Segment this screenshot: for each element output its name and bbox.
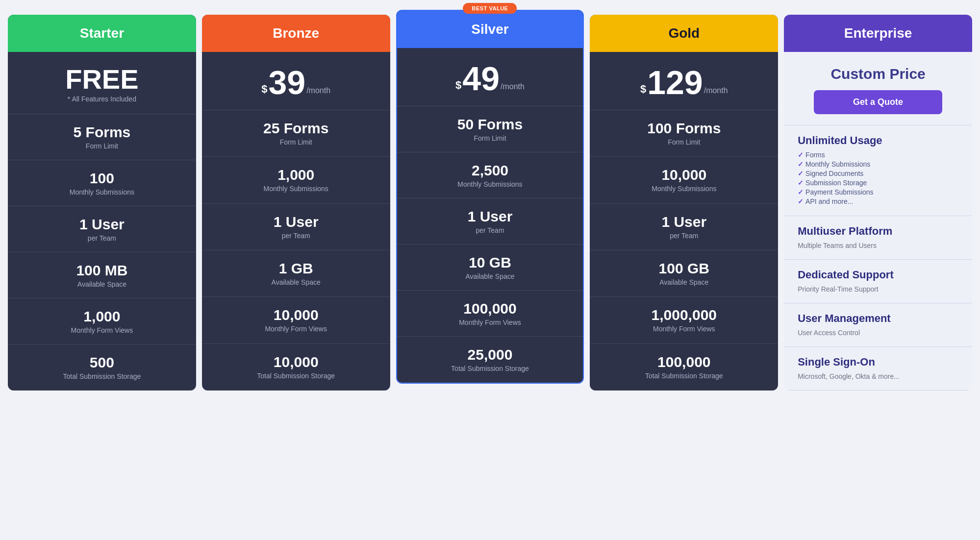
- plan-bronze: Bronze $ 39 /month 25 Forms Form Limit 1…: [202, 15, 390, 391]
- starter-feature-3: 100 MB Available Space: [8, 252, 196, 298]
- enterprise-price-label: Custom Price: [798, 66, 958, 82]
- bronze-period: /month: [306, 82, 330, 99]
- starter-feature-0: 5 Forms Form Limit: [8, 114, 196, 160]
- starter-feature-4: 1,000 Monthly Form Views: [8, 298, 196, 344]
- silver-price-section: $ 49 /month: [397, 48, 583, 106]
- silver-header: Silver: [397, 11, 583, 48]
- bronze-feature-0: 25 Forms Form Limit: [202, 110, 390, 157]
- silver-amount: 49: [462, 62, 500, 95]
- bronze-feature-5: 10,000 Total Submission Storage: [202, 344, 390, 391]
- gold-dollar: $: [640, 79, 646, 99]
- enterprise-plan-name: Enterprise: [844, 25, 912, 41]
- plan-starter: Starter FREE * All Features Included 5 F…: [8, 15, 196, 391]
- ent-check-payment: Payment Submissions: [798, 188, 958, 196]
- enterprise-sso-sub: Microsoft, Google, Okta & more...: [798, 372, 958, 380]
- bronze-feature-1: 1,000 Monthly Submissions: [202, 157, 390, 203]
- enterprise-usermgmt-title: User Management: [798, 312, 958, 325]
- silver-plan-name: Silver: [471, 22, 508, 37]
- silver-feature-1: 2,500 Monthly Submissions: [397, 152, 583, 198]
- gold-feature-5: 100,000 Total Submission Storage: [590, 344, 778, 391]
- plan-silver: Silver $ 49 /month 50 Forms Form Limit 2…: [396, 10, 584, 384]
- enterprise-multiuser-sub: Multiple Teams and Users: [798, 242, 958, 249]
- enterprise-support-title: Dedicated Support: [798, 269, 958, 281]
- gold-feature-0: 100 Forms Form Limit: [590, 110, 778, 157]
- enterprise-usermgmt-section: User Management User Access Control: [784, 303, 972, 347]
- bronze-feature-3: 1 GB Available Space: [202, 250, 390, 297]
- enterprise-header: Enterprise: [784, 15, 972, 52]
- get-quote-button[interactable]: Get a Quote: [814, 90, 942, 114]
- silver-feature-5: 25,000 Total Submission Storage: [397, 337, 583, 383]
- enterprise-unlimited-title: Unlimited Usage: [798, 134, 958, 147]
- enterprise-multiuser-section: Multiuser Platform Multiple Teams and Us…: [784, 216, 972, 260]
- gold-feature-3: 100 GB Available Space: [590, 250, 778, 297]
- silver-feature-3: 10 GB Available Space: [397, 245, 583, 291]
- enterprise-support-sub: Priority Real-Time Support: [798, 285, 958, 293]
- enterprise-usermgmt-sub: User Access Control: [798, 329, 958, 337]
- gold-feature-2: 1 User per Team: [590, 204, 778, 250]
- ent-check-storage: Submission Storage: [798, 179, 958, 187]
- ent-check-forms: Forms: [798, 151, 958, 159]
- bronze-dollar: $: [261, 79, 267, 99]
- starter-price-free: FREE: [18, 66, 186, 93]
- bronze-header: Bronze: [202, 15, 390, 52]
- pricing-grid: Starter FREE * All Features Included 5 F…: [5, 15, 975, 391]
- silver-feature-2: 1 User per Team: [397, 198, 583, 245]
- enterprise-sso-title: Single Sign-On: [798, 356, 958, 368]
- starter-header: Starter: [8, 15, 196, 52]
- starter-price-sub: * All Features Included: [18, 95, 186, 103]
- enterprise-sso-section: Single Sign-On Microsoft, Google, Okta &…: [784, 347, 972, 391]
- enterprise-support-section: Dedicated Support Priority Real-Time Sup…: [784, 260, 972, 303]
- starter-feature-2: 1 User per Team: [8, 206, 196, 252]
- silver-feature-0: 50 Forms Form Limit: [397, 106, 583, 152]
- enterprise-check-list: Forms Monthly Submissions Signed Documen…: [798, 151, 958, 205]
- gold-price-section: $ 129 /month: [590, 52, 778, 110]
- bronze-feature-2: 1 User per Team: [202, 204, 390, 250]
- gold-period: /month: [704, 82, 728, 99]
- bronze-amount: 39: [269, 66, 306, 99]
- gold-amount: 129: [647, 66, 703, 99]
- starter-plan-name: Starter: [80, 25, 124, 41]
- ent-check-submissions: Monthly Submissions: [798, 160, 958, 168]
- gold-plan-name: Gold: [668, 25, 700, 41]
- silver-wrapper: BEST VALUE Silver $ 49 /month 50 Forms F…: [396, 10, 584, 391]
- bronze-price-section: $ 39 /month: [202, 52, 390, 110]
- enterprise-unlimited-section: Unlimited Usage Forms Monthly Submission…: [784, 125, 972, 216]
- silver-feature-4: 100,000 Monthly Form Views: [397, 291, 583, 337]
- gold-header: Gold: [590, 15, 778, 52]
- gold-feature-4: 1,000,000 Monthly Form Views: [590, 297, 778, 344]
- starter-feature-5: 500 Total Submission Storage: [8, 344, 196, 391]
- best-value-badge: BEST VALUE: [463, 3, 517, 14]
- plan-enterprise: Enterprise Custom Price Get a Quote Unli…: [784, 15, 972, 391]
- silver-dollar: $: [455, 75, 461, 95]
- starter-price-section: FREE * All Features Included: [8, 52, 196, 114]
- starter-feature-1: 100 Monthly Submissions: [8, 160, 196, 206]
- bronze-feature-4: 10,000 Monthly Form Views: [202, 297, 390, 344]
- gold-feature-1: 10,000 Monthly Submissions: [590, 157, 778, 203]
- enterprise-price-section: Custom Price Get a Quote: [784, 52, 972, 125]
- ent-check-signed: Signed Documents: [798, 170, 958, 177]
- silver-period: /month: [501, 78, 525, 95]
- ent-check-api: API and more...: [798, 197, 958, 205]
- bronze-plan-name: Bronze: [273, 25, 319, 41]
- plan-gold: Gold $ 129 /month 100 Forms Form Limit 1…: [590, 15, 778, 391]
- enterprise-multiuser-title: Multiuser Platform: [798, 225, 958, 238]
